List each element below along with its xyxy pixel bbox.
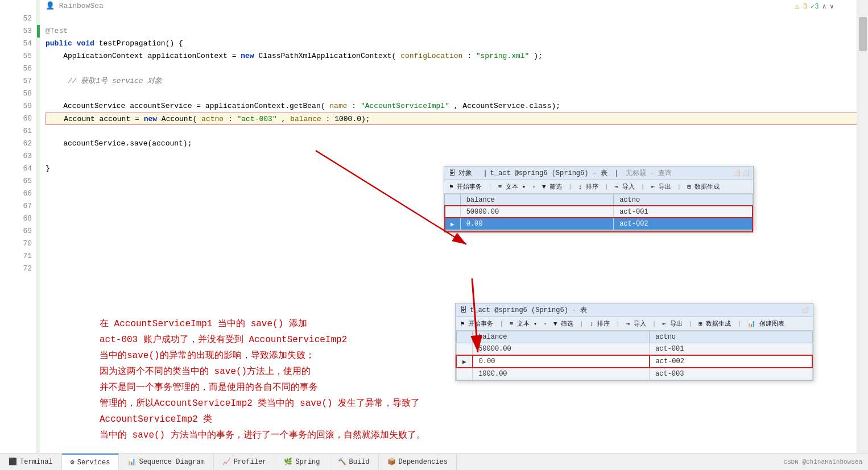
code-line-71 <box>46 250 858 263</box>
toolbar-begin-transaction-lower[interactable]: ⚑ 开始事务 <box>459 319 495 328</box>
code-line-61 <box>46 125 858 138</box>
nav-arrow-down[interactable]: ∨ <box>830 2 834 11</box>
min-btn-lower[interactable]: ⬜ <box>801 307 808 314</box>
code-line-70 <box>46 238 858 250</box>
toolbar-chart-lower[interactable]: 📊 创建图表 <box>746 319 786 328</box>
toolbar-export-lower[interactable]: ⇤ 导出 <box>660 319 684 328</box>
data-table-upper: balance actno 50000.00 act-001 ▶ 0.00 ac… <box>444 194 753 230</box>
profiler-icon: 📈 <box>222 457 231 466</box>
col-actno-lower[interactable]: actno <box>650 331 812 343</box>
bottom-bar-tabs: ⬛ Terminal ⚙ Services 📊 Sequence Diagram… <box>0 454 457 470</box>
terminal-tab[interactable]: ⬛ Terminal <box>0 454 62 470</box>
toolbar-filter-lower[interactable]: ▼ 筛选 <box>552 319 575 328</box>
popup-subtitle2-upper: 无标题 - 查询 <box>626 168 672 178</box>
col-actno-upper[interactable]: actno <box>614 194 753 206</box>
dependencies-icon: 📦 <box>387 457 396 466</box>
popup-titlebar-lower: 🗄 t_act @spring6 (Spring6) - 表 ⬜ <box>456 303 813 317</box>
popup-toolbar-lower: ⚑ 开始事务 | ≡ 文本 ▾ ▾ ▼ 筛选 | ↕ 排序 | ⇥ 导入 | ⇤… <box>456 317 813 331</box>
toolbar-sort-lower[interactable]: ↕ 排序 <box>588 319 611 328</box>
warning-count: △ 3 <box>795 2 807 11</box>
toolbar-datagen-upper[interactable]: ⊞ 数据生成 <box>685 182 721 192</box>
code-line-55: ApplicationContext applicationContext = … <box>46 50 858 63</box>
spring-icon: 🌿 <box>284 457 292 466</box>
data-table-lower: balance actno 50000.00 act-001 ▶ 0.00 ac… <box>456 331 813 380</box>
right-scrollbar[interactable] <box>858 0 868 453</box>
popup-toolbar-upper: ⚑ 开始事务 | ≡ 文本 ▾ ▾ ▼ 筛选 | ↕ 排序 | ⇥ 导入 | ⇤… <box>444 180 753 194</box>
table-row: ▶ 0.00 act-002 <box>456 355 812 368</box>
table-row: 50000.00 act-001 <box>445 206 753 218</box>
toolbar-begin-transaction-upper[interactable]: ⚑ 开始事务 <box>448 182 483 192</box>
popup-titlebar-upper: 🗄 对象 | t_act @spring6 (Spring6) - 表 | 无标… <box>444 167 753 180</box>
table-row: ▶ 0.00 act-002 <box>445 218 753 230</box>
toolbar-text-upper[interactable]: ≡ 文本 ▾ <box>497 182 527 192</box>
popup-title-upper: 对象 <box>458 168 480 178</box>
sequence-diagram-tab[interactable]: 📊 Sequence Diagram <box>119 454 213 470</box>
db-table-upper: balance actno 50000.00 act-001 ▶ 0.00 ac… <box>444 194 753 230</box>
code-line-54: public void testPropagation() { <box>46 38 858 50</box>
code-line-57: // 获取1号 service 对象 <box>46 75 858 88</box>
toolbar-datagen-lower[interactable]: ⊞ 数据生成 <box>697 319 733 328</box>
db-popup-lower: 🗄 t_act @spring6 (Spring6) - 表 ⬜ ⚑ 开始事务 … <box>455 303 813 381</box>
services-icon: ⚙ <box>71 458 75 467</box>
col-balance-lower[interactable]: balance <box>473 331 650 343</box>
table-row: 50000.00 act-001 <box>456 343 812 356</box>
bottom-bar: ⬛ Terminal ⚙ Services 📊 Sequence Diagram… <box>0 453 868 470</box>
code-line-59: AccountService accountService = applicat… <box>46 100 858 113</box>
dependencies-tab[interactable]: 📦 Dependencies <box>379 454 457 470</box>
checkmark-count: ✓3 <box>811 2 819 11</box>
code-line-63 <box>46 150 858 163</box>
popup-title-lower: t_act @spring6 (Spring6) - 表 <box>470 305 587 315</box>
code-line-53: @Test <box>46 25 858 38</box>
min-btn[interactable]: ⬜ <box>733 170 740 177</box>
code-line-56 <box>46 63 858 75</box>
popup-subtitle-upper: t_act @spring6 (Spring6) - 表 <box>490 168 607 178</box>
db-table-lower: balance actno 50000.00 act-001 ▶ 0.00 ac… <box>456 331 813 380</box>
toolbar-import-lower[interactable]: ⇥ 导入 <box>625 319 648 328</box>
code-line-52 <box>46 13 858 25</box>
build-icon: 🔨 <box>338 457 346 466</box>
scrollbar-thumb[interactable] <box>859 17 867 51</box>
build-tab[interactable]: 🔨 Build <box>329 454 379 470</box>
toolbar-sort-upper[interactable]: ↕ 排序 <box>577 182 600 192</box>
toolbar-text-lower[interactable]: ≡ 文本 ▾ <box>508 319 539 328</box>
spring-tab[interactable]: 🌿 Spring <box>275 454 329 470</box>
table-row: 1000.00 act-003 <box>456 368 812 380</box>
terminal-icon: ⬛ <box>9 457 17 466</box>
red-annotation: 在 AccountServiceImp1 当中的 save() 添加 act-0… <box>100 316 452 443</box>
db-icon: 🗄 <box>449 169 456 177</box>
line-numbers: 52 53 54 55 56 57 58 59 60 61 62 63 64 6… <box>0 0 37 453</box>
sequence-diagram-icon: 📊 <box>127 457 136 466</box>
db-popup-upper: 🗄 对象 | t_act @spring6 (Spring6) - 表 | 无标… <box>444 166 754 231</box>
code-line-72 <box>46 263 858 275</box>
nav-arrow-up[interactable]: ∧ <box>822 2 826 11</box>
max-btn[interactable]: ⬜ <box>742 170 749 177</box>
code-line-62: accountService.save(account); <box>46 138 858 150</box>
col-balance-upper[interactable]: balance <box>460 194 614 206</box>
code-line-60: Account account = new Account( actno : "… <box>46 113 858 125</box>
db-icon-lower: 🗄 <box>460 306 467 314</box>
toolbar-filter-upper[interactable]: ▼ 筛选 <box>540 182 564 192</box>
author-line: 👤 RainbowSea <box>46 0 858 13</box>
warning-indicators: △ 3 ✓3 ∧ ∨ <box>792 1 837 12</box>
services-tab[interactable]: ⚙ Services <box>62 454 119 470</box>
code-line-58 <box>46 88 858 100</box>
profiler-tab[interactable]: 📈 Profiler <box>214 454 276 470</box>
toolbar-import-upper[interactable]: ⇥ 导入 <box>613 182 636 192</box>
toolbar-export-upper[interactable]: ⇤ 导出 <box>649 182 672 192</box>
bottom-bar-right-text: CSDN @ChinaRainbowSea <box>783 459 868 465</box>
